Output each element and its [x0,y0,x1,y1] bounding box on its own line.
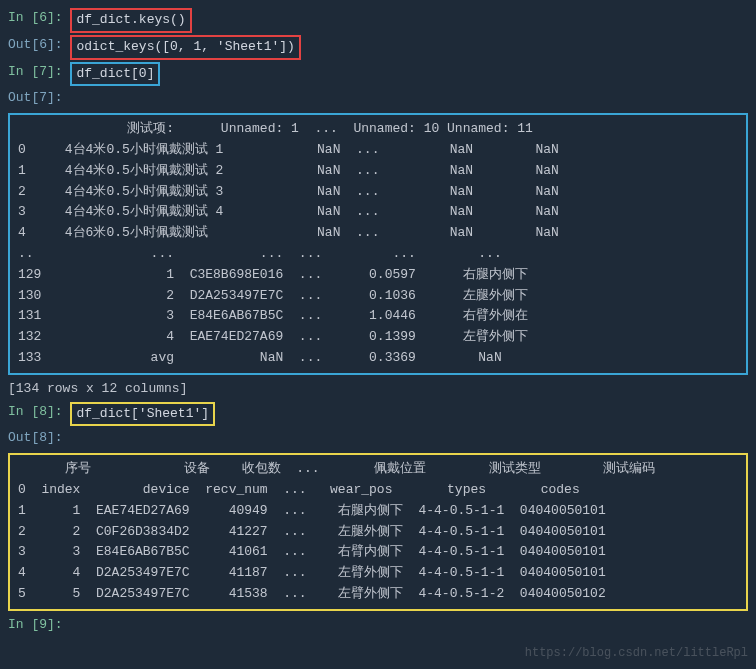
prompt-in-6: In [6]: [8,8,70,29]
prompt-out-6: Out[6]: [8,35,70,56]
code-in-8[interactable]: df_dict['Sheet1'] [76,406,209,421]
output-6-text: odict_keys([0, 1, 'Sheet1']) [76,39,294,54]
code-in-8-box: df_dict['Sheet1'] [70,402,215,427]
dataframe-0-output: 测试项: Unnamed: 1 ... Unnamed: 10 Unnamed:… [8,113,748,375]
output-cell-7-label: Out[7]: [8,88,748,109]
code-in-6-box: df_dict.keys() [70,8,191,33]
dataframe-1-output: 序号 设备 收包数 ... 佩戴位置 测试类型 测试编码 0 index dev… [8,453,748,611]
code-in-7-box: df_dict[0] [70,62,160,87]
output-cell-8-label: Out[8]: [8,428,748,449]
prompt-in-8: In [8]: [8,402,70,423]
input-cell-8: In [8]: df_dict['Sheet1'] [8,402,748,427]
prompt-in-7: In [7]: [8,62,70,83]
input-cell-7: In [7]: df_dict[0] [8,62,748,87]
input-cell-9: In [9]: [8,615,748,636]
code-in-7[interactable]: df_dict[0] [76,66,154,81]
prompt-out-7: Out[7]: [8,88,63,109]
code-in-6[interactable]: df_dict.keys() [76,12,185,27]
input-cell-6: In [6]: df_dict.keys() [8,8,748,33]
prompt-out-8: Out[8]: [8,428,63,449]
prompt-in-9[interactable]: In [9]: [8,615,63,636]
dataframe-0-shape: [134 rows x 12 columns] [8,379,748,400]
output-6-box: odict_keys([0, 1, 'Sheet1']) [70,35,300,60]
output-cell-6: Out[6]: odict_keys([0, 1, 'Sheet1']) [8,35,748,60]
watermark-text: https://blog.csdn.net/littleRpl [525,644,748,646]
